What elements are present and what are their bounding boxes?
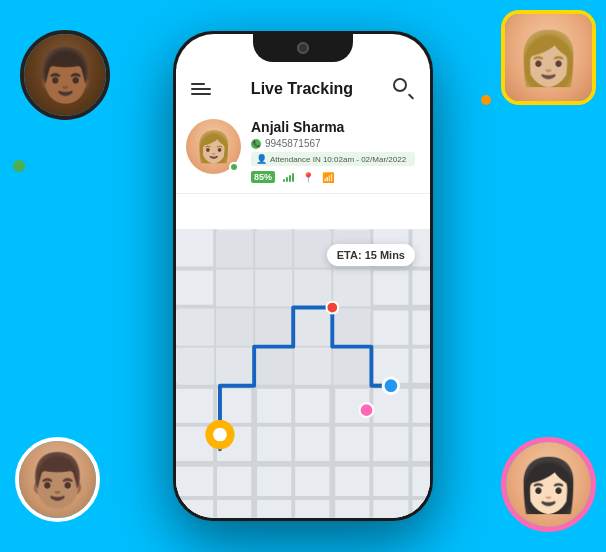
user-name: Anjali Sharma (251, 119, 415, 135)
avatar-face-top-left: 👨🏾 (24, 34, 106, 116)
svg-rect-23 (216, 309, 253, 346)
svg-rect-21 (333, 269, 370, 306)
hamburger-menu-icon[interactable] (191, 83, 211, 95)
map-area: ETA: 15 Mins (176, 229, 430, 518)
user-details: Anjali Sharma 📞 9945871567 👤 Attendance … (251, 119, 415, 183)
avatar-bottom-left: 👨🏽 (15, 437, 100, 522)
signal-bar-4 (292, 173, 294, 182)
phone-shell: Live Tracking 👩🏼 Anjali Sharm (173, 31, 433, 521)
app-header: Live Tracking (176, 69, 430, 109)
svg-rect-26 (333, 309, 370, 346)
svg-rect-29 (255, 348, 292, 385)
search-button[interactable] (393, 78, 415, 100)
camera-dot (297, 42, 309, 54)
status-icons-row: 85% 📍 📶 (251, 171, 415, 183)
user-phone-number: 9945871567 (265, 138, 321, 149)
svg-rect-28 (216, 348, 253, 385)
location-icon: 📍 (302, 172, 314, 183)
eta-badge: ETA: 15 Mins (327, 244, 415, 266)
avatar-top-right: 👩🏼 (501, 10, 596, 105)
svg-rect-14 (216, 230, 253, 267)
svg-rect-31 (333, 348, 370, 385)
svg-rect-25 (294, 309, 331, 346)
svg-rect-24 (255, 309, 292, 346)
avatar-face-bottom-right: 👩🏻 (506, 442, 591, 527)
svg-point-36 (383, 378, 399, 394)
svg-rect-20 (294, 269, 331, 306)
svg-rect-19 (255, 269, 292, 306)
attendance-icon: 👤 (256, 154, 267, 164)
signal-bar-3 (289, 175, 291, 182)
hamburger-line-2 (191, 88, 211, 90)
signal-bars (283, 172, 294, 182)
svg-rect-30 (294, 348, 331, 385)
signal-bar-2 (286, 177, 288, 182)
deco-dot-green (13, 160, 25, 172)
avatar-top-left: 👨🏾 (20, 30, 110, 120)
svg-rect-15 (255, 230, 292, 267)
battery-icon: 85% (251, 171, 275, 183)
svg-point-33 (213, 428, 227, 442)
online-status-dot (229, 162, 239, 172)
attendance-text: Attendance IN 10:02am - 02/Mar/2022 (270, 155, 406, 164)
search-handle (408, 93, 414, 99)
avatar-face-bottom-left: 👨🏽 (19, 441, 96, 518)
hamburger-line-1 (191, 83, 205, 85)
avatar-face-top-right: 👩🏼 (505, 14, 592, 101)
svg-point-37 (360, 403, 374, 417)
phone-screen: Live Tracking 👩🏼 Anjali Sharm (176, 34, 430, 518)
wifi-icon: 📶 (322, 172, 334, 183)
app-title: Live Tracking (251, 80, 353, 98)
phone-mockup: Live Tracking 👩🏼 Anjali Sharm (173, 31, 433, 521)
svg-rect-27 (177, 348, 214, 385)
svg-rect-18 (216, 269, 253, 306)
signal-bar-1 (283, 179, 285, 182)
avatar-bottom-right: 👩🏻 (501, 437, 596, 532)
svg-rect-22 (177, 309, 214, 346)
map-svg (176, 229, 430, 518)
hamburger-line-3 (191, 93, 211, 95)
attendance-row: 👤 Attendance IN 10:02am - 02/Mar/2022 (251, 152, 415, 166)
svg-rect-16 (294, 230, 331, 267)
deco-dot-orange (481, 95, 491, 105)
svg-point-35 (326, 302, 338, 314)
phone-notch (253, 34, 353, 62)
user-info-card: 👩🏼 Anjali Sharma 📞 9945871567 👤 Attendan… (176, 109, 430, 194)
user-avatar-wrap: 👩🏼 (186, 119, 241, 174)
search-circle (393, 78, 407, 92)
phone-icon: 📞 (251, 139, 261, 149)
user-phone-row: 📞 9945871567 (251, 138, 415, 149)
